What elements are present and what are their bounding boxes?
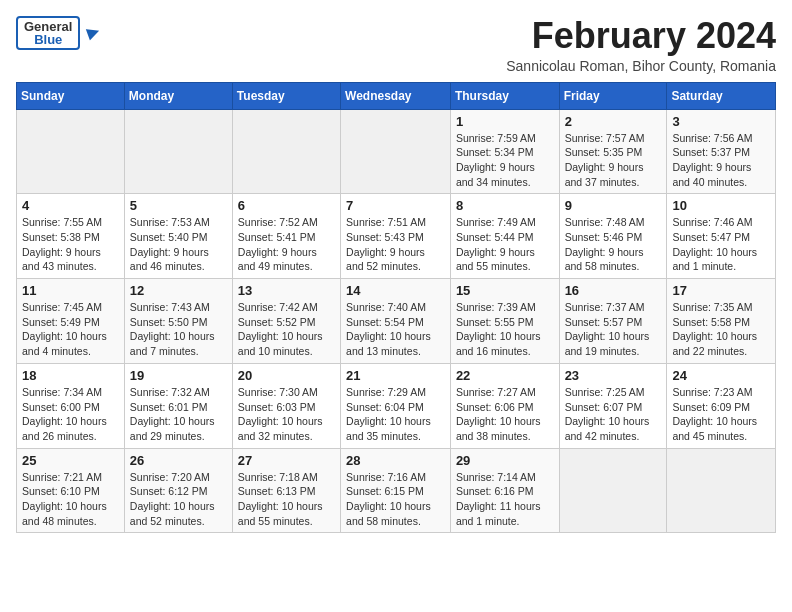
location-subtitle: Sannicolau Roman, Bihor County, Romania [506,58,776,74]
calendar-cell [341,109,451,194]
calendar-cell: 14Sunrise: 7:40 AM Sunset: 5:54 PM Dayli… [341,279,451,364]
calendar-day-header: Wednesday [341,82,451,109]
calendar-cell: 2Sunrise: 7:57 AM Sunset: 5:35 PM Daylig… [559,109,667,194]
page-header: General Blue ► February 2024 Sannicolau … [16,16,776,74]
calendar-cell: 21Sunrise: 7:29 AM Sunset: 6:04 PM Dayli… [341,363,451,448]
day-info: Sunrise: 7:42 AM Sunset: 5:52 PM Dayligh… [238,300,335,359]
calendar-cell: 1Sunrise: 7:59 AM Sunset: 5:34 PM Daylig… [450,109,559,194]
calendar-cell: 23Sunrise: 7:25 AM Sunset: 6:07 PM Dayli… [559,363,667,448]
calendar-week-row: 1Sunrise: 7:59 AM Sunset: 5:34 PM Daylig… [17,109,776,194]
calendar-week-row: 18Sunrise: 7:34 AM Sunset: 6:00 PM Dayli… [17,363,776,448]
day-number: 19 [130,368,227,383]
day-info: Sunrise: 7:57 AM Sunset: 5:35 PM Dayligh… [565,131,662,190]
calendar-day-header: Tuesday [232,82,340,109]
calendar-cell: 25Sunrise: 7:21 AM Sunset: 6:10 PM Dayli… [17,448,125,533]
day-info: Sunrise: 7:18 AM Sunset: 6:13 PM Dayligh… [238,470,335,529]
calendar-cell: 28Sunrise: 7:16 AM Sunset: 6:15 PM Dayli… [341,448,451,533]
calendar-header-row: SundayMondayTuesdayWednesdayThursdayFrid… [17,82,776,109]
day-number: 28 [346,453,445,468]
calendar-cell: 11Sunrise: 7:45 AM Sunset: 5:49 PM Dayli… [17,279,125,364]
day-number: 13 [238,283,335,298]
day-number: 16 [565,283,662,298]
day-info: Sunrise: 7:48 AM Sunset: 5:46 PM Dayligh… [565,215,662,274]
logo-bird-icon: ► [81,19,107,47]
calendar-cell: 6Sunrise: 7:52 AM Sunset: 5:41 PM Daylig… [232,194,340,279]
calendar-cell: 18Sunrise: 7:34 AM Sunset: 6:00 PM Dayli… [17,363,125,448]
calendar-cell [559,448,667,533]
day-info: Sunrise: 7:49 AM Sunset: 5:44 PM Dayligh… [456,215,554,274]
calendar-cell: 20Sunrise: 7:30 AM Sunset: 6:03 PM Dayli… [232,363,340,448]
day-info: Sunrise: 7:59 AM Sunset: 5:34 PM Dayligh… [456,131,554,190]
day-number: 26 [130,453,227,468]
calendar-cell [232,109,340,194]
day-number: 18 [22,368,119,383]
day-info: Sunrise: 7:43 AM Sunset: 5:50 PM Dayligh… [130,300,227,359]
day-info: Sunrise: 7:46 AM Sunset: 5:47 PM Dayligh… [672,215,770,274]
logo-blue-text: Blue [34,33,62,46]
day-info: Sunrise: 7:45 AM Sunset: 5:49 PM Dayligh… [22,300,119,359]
day-number: 27 [238,453,335,468]
month-title: February 2024 [506,16,776,56]
calendar-cell: 8Sunrise: 7:49 AM Sunset: 5:44 PM Daylig… [450,194,559,279]
day-info: Sunrise: 7:39 AM Sunset: 5:55 PM Dayligh… [456,300,554,359]
day-info: Sunrise: 7:51 AM Sunset: 5:43 PM Dayligh… [346,215,445,274]
day-info: Sunrise: 7:35 AM Sunset: 5:58 PM Dayligh… [672,300,770,359]
calendar-cell [17,109,125,194]
day-info: Sunrise: 7:52 AM Sunset: 5:41 PM Dayligh… [238,215,335,274]
calendar-week-row: 25Sunrise: 7:21 AM Sunset: 6:10 PM Dayli… [17,448,776,533]
day-number: 7 [346,198,445,213]
day-number: 21 [346,368,445,383]
calendar-cell: 13Sunrise: 7:42 AM Sunset: 5:52 PM Dayli… [232,279,340,364]
calendar-day-header: Monday [124,82,232,109]
day-number: 6 [238,198,335,213]
calendar-day-header: Thursday [450,82,559,109]
calendar-cell: 26Sunrise: 7:20 AM Sunset: 6:12 PM Dayli… [124,448,232,533]
day-info: Sunrise: 7:34 AM Sunset: 6:00 PM Dayligh… [22,385,119,444]
day-number: 11 [22,283,119,298]
day-info: Sunrise: 7:32 AM Sunset: 6:01 PM Dayligh… [130,385,227,444]
day-number: 22 [456,368,554,383]
day-number: 29 [456,453,554,468]
calendar-day-header: Sunday [17,82,125,109]
day-info: Sunrise: 7:30 AM Sunset: 6:03 PM Dayligh… [238,385,335,444]
day-number: 12 [130,283,227,298]
day-number: 17 [672,283,770,298]
day-number: 8 [456,198,554,213]
day-number: 1 [456,114,554,129]
day-info: Sunrise: 7:27 AM Sunset: 6:06 PM Dayligh… [456,385,554,444]
day-info: Sunrise: 7:20 AM Sunset: 6:12 PM Dayligh… [130,470,227,529]
calendar-cell: 19Sunrise: 7:32 AM Sunset: 6:01 PM Dayli… [124,363,232,448]
day-number: 25 [22,453,119,468]
calendar-cell [124,109,232,194]
day-info: Sunrise: 7:25 AM Sunset: 6:07 PM Dayligh… [565,385,662,444]
day-number: 9 [565,198,662,213]
calendar-cell: 29Sunrise: 7:14 AM Sunset: 6:16 PM Dayli… [450,448,559,533]
calendar-cell: 12Sunrise: 7:43 AM Sunset: 5:50 PM Dayli… [124,279,232,364]
day-info: Sunrise: 7:40 AM Sunset: 5:54 PM Dayligh… [346,300,445,359]
day-info: Sunrise: 7:53 AM Sunset: 5:40 PM Dayligh… [130,215,227,274]
calendar-cell: 17Sunrise: 7:35 AM Sunset: 5:58 PM Dayli… [667,279,776,364]
day-number: 20 [238,368,335,383]
day-info: Sunrise: 7:16 AM Sunset: 6:15 PM Dayligh… [346,470,445,529]
day-info: Sunrise: 7:29 AM Sunset: 6:04 PM Dayligh… [346,385,445,444]
calendar-cell: 24Sunrise: 7:23 AM Sunset: 6:09 PM Dayli… [667,363,776,448]
calendar-cell: 3Sunrise: 7:56 AM Sunset: 5:37 PM Daylig… [667,109,776,194]
day-number: 2 [565,114,662,129]
day-number: 10 [672,198,770,213]
calendar-cell: 16Sunrise: 7:37 AM Sunset: 5:57 PM Dayli… [559,279,667,364]
calendar-cell: 9Sunrise: 7:48 AM Sunset: 5:46 PM Daylig… [559,194,667,279]
calendar-cell: 10Sunrise: 7:46 AM Sunset: 5:47 PM Dayli… [667,194,776,279]
calendar-week-row: 11Sunrise: 7:45 AM Sunset: 5:49 PM Dayli… [17,279,776,364]
day-info: Sunrise: 7:21 AM Sunset: 6:10 PM Dayligh… [22,470,119,529]
title-section: February 2024 Sannicolau Roman, Bihor Co… [506,16,776,74]
day-info: Sunrise: 7:37 AM Sunset: 5:57 PM Dayligh… [565,300,662,359]
day-number: 24 [672,368,770,383]
calendar-cell: 22Sunrise: 7:27 AM Sunset: 6:06 PM Dayli… [450,363,559,448]
calendar-cell [667,448,776,533]
calendar-cell: 7Sunrise: 7:51 AM Sunset: 5:43 PM Daylig… [341,194,451,279]
logo: General Blue ► [16,16,104,50]
day-info: Sunrise: 7:14 AM Sunset: 6:16 PM Dayligh… [456,470,554,529]
calendar-day-header: Friday [559,82,667,109]
day-number: 14 [346,283,445,298]
calendar-table: SundayMondayTuesdayWednesdayThursdayFrid… [16,82,776,534]
